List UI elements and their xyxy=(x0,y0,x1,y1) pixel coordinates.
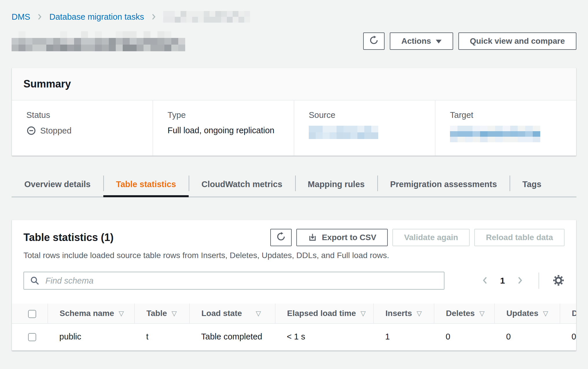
column-label: DDLs xyxy=(572,309,576,318)
column-header-table[interactable]: Table▽ xyxy=(135,304,190,324)
source-endpoint-link-redacted[interactable] xyxy=(309,126,429,139)
sort-icon[interactable]: ▽ xyxy=(172,310,177,317)
pagination: 1 xyxy=(480,273,565,289)
table-statistics-panel: Table statistics (1) Export to CSV Valid… xyxy=(12,220,576,351)
breadcrumb-link-tasks[interactable]: Database migration tasks xyxy=(49,12,144,22)
column-header-ddls[interactable]: DDLs▽ xyxy=(560,304,576,324)
tab-premigration-assessments[interactable]: Premigration assessments xyxy=(377,174,510,197)
export-button-label: Export to CSV xyxy=(322,233,376,242)
field-label: Type xyxy=(168,110,288,120)
tab-mapping-rules[interactable]: Mapping rules xyxy=(295,174,378,197)
page-title-redacted xyxy=(12,31,185,51)
column-header-deletes[interactable]: Deletes▽ xyxy=(434,304,495,324)
target-endpoint-link-redacted[interactable] xyxy=(450,126,570,142)
select-all-header xyxy=(12,304,48,324)
select-all-checkbox[interactable] xyxy=(28,310,36,318)
current-page-number: 1 xyxy=(500,276,505,286)
download-icon xyxy=(308,233,317,242)
table-header-row: Schema name▽ Table▽ Load state▽ Elapsed … xyxy=(12,304,576,324)
table-panel-header: Table statistics (1) Export to CSV Valid… xyxy=(12,220,576,246)
table-settings-button[interactable] xyxy=(552,274,565,287)
table-row: public t Table completed < 1 s 1 0 0 0 xyxy=(12,324,576,350)
reload-table-data-button[interactable]: Reload table data xyxy=(474,229,565,246)
tab-label: Premigration assessments xyxy=(390,180,497,189)
tab-label: Table statistics xyxy=(116,180,176,189)
field-label: Status xyxy=(26,110,147,120)
refresh-icon xyxy=(276,232,286,244)
gear-icon xyxy=(552,274,565,287)
chevron-right-icon xyxy=(149,12,158,21)
summary-panel: Summary Status Stopped Type Full load, o… xyxy=(12,68,576,156)
summary-title: Summary xyxy=(23,78,565,90)
tab-tags[interactable]: Tags xyxy=(510,174,554,197)
sort-icon[interactable]: ▽ xyxy=(361,310,366,317)
table-description: Total rows include loaded source table r… xyxy=(12,251,576,260)
cell-updates: 0 xyxy=(495,324,560,350)
chevron-right-icon xyxy=(35,12,44,21)
column-label: Elapsed load time xyxy=(287,309,356,318)
field-label: Target xyxy=(450,110,570,120)
cell-schema-name: public xyxy=(48,324,135,350)
tab-bar: Overview details Table statistics CloudW… xyxy=(12,174,576,197)
sort-icon[interactable]: ▽ xyxy=(543,310,548,317)
row-select-cell xyxy=(12,324,48,350)
column-header-elapsed-load-time[interactable]: Elapsed load time▽ xyxy=(275,304,374,324)
quick-view-and-compare-button[interactable]: Quick view and compare xyxy=(458,32,576,50)
status-text: Stopped xyxy=(40,126,71,136)
tab-table-statistics[interactable]: Table statistics xyxy=(103,174,189,197)
page-header: Actions Quick view and compare xyxy=(12,30,576,53)
actions-button[interactable]: Actions xyxy=(390,32,453,50)
table-statistics-title: Table statistics (1) xyxy=(23,229,113,246)
validate-again-button[interactable]: Validate again xyxy=(392,229,470,246)
column-label: Updates xyxy=(506,309,538,318)
sort-icon[interactable]: ▽ xyxy=(417,310,422,317)
search-icon xyxy=(30,276,40,287)
chevron-right-icon xyxy=(515,275,525,286)
column-label: Deletes xyxy=(446,309,475,318)
summary-field-target: Target xyxy=(435,101,576,156)
cell-load-state: Table completed xyxy=(190,324,275,350)
summary-grid: Status Stopped Type Full load, ongoing r… xyxy=(12,101,576,156)
sort-icon[interactable]: ▽ xyxy=(256,310,261,317)
column-label: Load state xyxy=(201,309,242,318)
cell-deletes: 0 xyxy=(434,324,495,350)
summary-field-source: Source xyxy=(294,101,435,156)
pager-divider xyxy=(539,273,539,289)
breadcrumb-current-redacted xyxy=(163,11,250,23)
table-actions: Export to CSV Validate again Reload tabl… xyxy=(270,229,565,246)
caret-down-icon xyxy=(436,40,442,43)
column-header-load-state[interactable]: Load state▽ xyxy=(190,304,275,324)
column-label: Schema name xyxy=(60,309,114,318)
tab-overview-details[interactable]: Overview details xyxy=(12,174,103,197)
column-label: Inserts xyxy=(385,309,412,318)
column-header-updates[interactable]: Updates▽ xyxy=(495,304,560,324)
tab-cloudwatch-metrics[interactable]: CloudWatch metrics xyxy=(189,174,295,197)
search-box xyxy=(23,272,444,290)
summary-panel-header: Summary xyxy=(12,68,576,101)
find-schema-input[interactable] xyxy=(23,272,444,290)
summary-field-type: Type Full load, ongoing replication xyxy=(152,101,294,156)
refresh-button[interactable] xyxy=(363,32,385,50)
tab-label: Tags xyxy=(522,180,541,189)
column-label: Table xyxy=(146,309,167,318)
actions-button-label: Actions xyxy=(401,36,431,46)
stopped-icon xyxy=(26,126,36,136)
table-toolbar: 1 xyxy=(23,272,565,290)
export-to-csv-button[interactable]: Export to CSV xyxy=(296,229,388,246)
next-page-button[interactable] xyxy=(515,275,525,286)
refresh-icon xyxy=(369,35,379,47)
breadcrumb-link-dms[interactable]: DMS xyxy=(12,12,30,22)
sort-icon[interactable]: ▽ xyxy=(119,310,124,317)
page: DMS Database migration tasks Actions Qui… xyxy=(0,0,588,369)
column-header-schema-name[interactable]: Schema name▽ xyxy=(48,304,135,324)
row-checkbox[interactable] xyxy=(28,333,36,341)
breadcrumb: DMS Database migration tasks xyxy=(12,0,576,23)
summary-field-status: Status Stopped xyxy=(12,101,152,156)
table-refresh-button[interactable] xyxy=(270,229,292,246)
tab-label: Mapping rules xyxy=(308,180,365,189)
field-label: Source xyxy=(309,110,429,120)
column-header-inserts[interactable]: Inserts▽ xyxy=(374,304,434,324)
type-value: Full load, ongoing replication xyxy=(168,126,288,135)
sort-icon[interactable]: ▽ xyxy=(479,310,485,317)
previous-page-button[interactable] xyxy=(480,275,490,286)
